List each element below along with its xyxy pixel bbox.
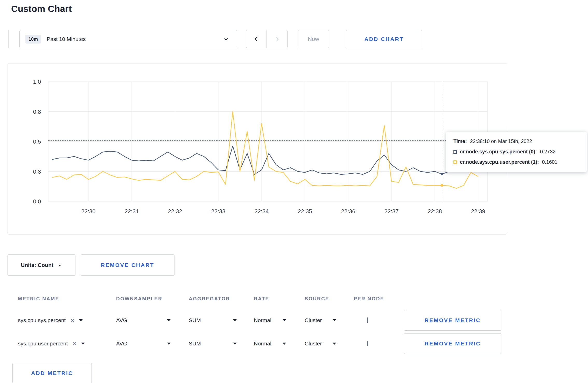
- time-forward-button[interactable]: [267, 30, 288, 48]
- aggregator-value: SUM: [189, 341, 201, 347]
- remove-chart-button[interactable]: REMOVE CHART: [81, 254, 174, 276]
- caret-down-icon: [233, 319, 237, 321]
- chevron-right-icon: [274, 36, 281, 43]
- svg-text:0.3: 0.3: [33, 168, 41, 175]
- time-range-badge: 10m: [25, 35, 41, 44]
- time-range-select[interactable]: 10m Past 10 Minutes: [19, 30, 237, 48]
- svg-text:22:36: 22:36: [341, 208, 355, 215]
- aggregator-select[interactable]: SUM: [189, 317, 237, 323]
- rate-value: Normal: [254, 341, 271, 347]
- remove-metric-button[interactable]: REMOVE METRIC: [404, 310, 501, 331]
- aggregator-select[interactable]: SUM: [189, 341, 237, 347]
- tooltip-series-value: 0.2732: [540, 149, 556, 155]
- add-chart-button[interactable]: ADD CHART: [346, 30, 422, 48]
- caret-down-icon: [283, 319, 286, 321]
- header-metric-name: METRIC NAME: [18, 296, 116, 302]
- caret-down-icon: [167, 343, 171, 345]
- svg-text:22:33: 22:33: [211, 208, 225, 215]
- caret-down-icon: [333, 343, 336, 345]
- svg-text:0.8: 0.8: [33, 109, 41, 115]
- aggregator-value: SUM: [189, 317, 201, 323]
- caret-down-icon: [79, 319, 83, 321]
- svg-text:22:38: 22:38: [428, 208, 442, 215]
- caret-down-icon: [283, 343, 286, 345]
- metric-name-value: sys.cpu.user.percent: [18, 341, 68, 347]
- add-metric-button[interactable]: ADD METRIC: [12, 363, 92, 383]
- metric-name-select[interactable]: sys.cpu.user.percent ✕: [18, 341, 116, 347]
- sys-series-swatch-icon: [453, 150, 457, 154]
- clear-icon[interactable]: ✕: [72, 341, 77, 346]
- tooltip-series-label: cr.node.sys.cpu.user.percent (1):: [460, 159, 539, 165]
- time-back-button[interactable]: [246, 30, 267, 48]
- source-value: Cluster: [305, 341, 322, 347]
- tooltip-time-label: Time:: [453, 138, 467, 144]
- per-node-checkbox[interactable]: [367, 341, 368, 346]
- svg-text:22:32: 22:32: [168, 208, 182, 215]
- chevron-down-icon: [223, 36, 229, 42]
- toolbar: 10m Past 10 Minutes Now ADD CHART: [8, 30, 580, 48]
- downsampler-select[interactable]: AVG: [116, 341, 171, 347]
- svg-text:0.5: 0.5: [33, 138, 41, 145]
- tooltip-series-row: cr.node.sys.cpu.sys.percent (0): 0.2732: [453, 149, 579, 155]
- metric-row: sys.cpu.sys.percent ✕ AVG SUM Normal Clu…: [8, 309, 580, 331]
- source-value: Cluster: [305, 317, 322, 323]
- chart-tooltip: Time: 22:38:10 on Mar 15th, 2022 cr.node…: [446, 132, 587, 172]
- metric-name-value: sys.cpu.sys.percent: [18, 317, 66, 323]
- svg-text:22:31: 22:31: [124, 208, 139, 215]
- now-button[interactable]: Now: [298, 30, 329, 48]
- header-source: SOURCE: [305, 296, 354, 302]
- tooltip-time-row: Time: 22:38:10 on Mar 15th, 2022: [453, 138, 579, 144]
- source-select[interactable]: Cluster: [305, 317, 336, 323]
- metrics-line-chart[interactable]: 0.00.30.50.81.022:3022:3122:3222:3322:34…: [8, 63, 507, 234]
- rate-select[interactable]: Normal: [254, 317, 286, 323]
- page-title: Custom Chart: [11, 4, 580, 14]
- rate-value: Normal: [254, 317, 271, 323]
- metric-row: sys.cpu.user.percent ✕ AVG SUM Normal Cl…: [8, 333, 580, 354]
- header-rate: RATE: [254, 296, 305, 302]
- rate-select[interactable]: Normal: [254, 341, 286, 347]
- tooltip-series-label: cr.node.sys.cpu.sys.percent (0):: [460, 149, 537, 155]
- chevron-down-icon: [58, 263, 62, 267]
- units-select[interactable]: Units: Count: [8, 254, 75, 276]
- time-range-label: Past 10 Minutes: [47, 36, 86, 42]
- svg-text:22:34: 22:34: [254, 208, 269, 215]
- metric-name-select[interactable]: sys.cpu.sys.percent ✕: [18, 317, 116, 323]
- caret-down-icon: [233, 343, 237, 345]
- svg-text:1.0: 1.0: [33, 79, 41, 85]
- user-series-swatch-icon: [453, 160, 457, 164]
- caret-down-icon: [167, 319, 171, 321]
- clear-icon[interactable]: ✕: [70, 318, 75, 323]
- custom-chart-page: Custom Chart 10m Past 10 Minutes Now: [0, 0, 588, 383]
- svg-text:0.0: 0.0: [33, 198, 41, 205]
- downsampler-select[interactable]: AVG: [116, 317, 171, 323]
- toolbar-divider: [8, 30, 9, 48]
- header-per-node: PER NODE: [354, 296, 404, 302]
- tooltip-series-row: cr.node.sys.cpu.user.percent (1): 0.1601: [453, 159, 579, 165]
- header-aggregator: AGGREGATOR: [189, 296, 254, 302]
- header-downsampler: DOWNSAMPLER: [116, 296, 189, 302]
- metrics-table: METRIC NAME DOWNSAMPLER AGGREGATOR RATE …: [8, 289, 580, 383]
- svg-text:22:37: 22:37: [384, 208, 398, 215]
- remove-metric-button[interactable]: REMOVE METRIC: [404, 333, 501, 354]
- downsampler-value: AVG: [116, 341, 127, 347]
- tooltip-time-value: 22:38:10 on Mar 15th, 2022: [470, 138, 532, 144]
- time-nav-group: [246, 30, 288, 48]
- svg-text:22:35: 22:35: [298, 208, 312, 215]
- svg-text:22:39: 22:39: [471, 208, 485, 215]
- metrics-table-header: METRIC NAME DOWNSAMPLER AGGREGATOR RATE …: [8, 289, 580, 308]
- per-node-checkbox[interactable]: [367, 317, 368, 323]
- source-select[interactable]: Cluster: [305, 341, 336, 347]
- svg-text:22:30: 22:30: [81, 208, 95, 215]
- chevron-left-icon: [253, 36, 260, 43]
- chart-controls: Units: Count REMOVE CHART: [8, 254, 580, 276]
- chart-card: 0.00.30.50.81.022:3022:3122:3222:3322:34…: [8, 63, 507, 235]
- units-label: Units: Count: [21, 262, 53, 268]
- downsampler-value: AVG: [116, 317, 127, 323]
- tooltip-series-value: 0.1601: [542, 159, 558, 165]
- caret-down-icon: [81, 343, 85, 345]
- caret-down-icon: [333, 319, 336, 321]
